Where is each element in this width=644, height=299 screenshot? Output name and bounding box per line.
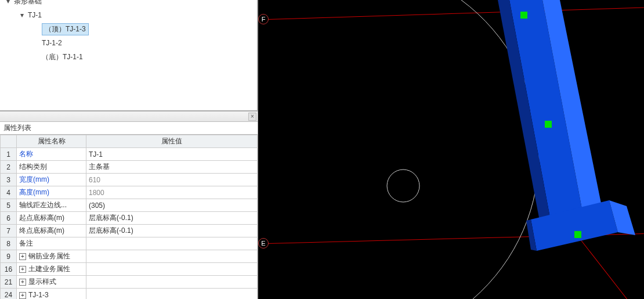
tree-item[interactable]: ▾TJ-1 xyxy=(2,8,255,22)
tree-item[interactable]: （底）TJ-1-1 xyxy=(2,50,255,64)
col-header-value: 属性值 xyxy=(86,135,258,148)
property-name: 土建业务属性 xyxy=(28,265,70,273)
property-value-cell[interactable]: 610 xyxy=(86,174,258,186)
property-name: TJ-1-3 xyxy=(28,291,49,299)
property-panel-title: 属性列表 xyxy=(0,122,258,135)
viewport-overlay xyxy=(258,0,644,299)
property-name-cell: 名称 xyxy=(17,148,86,161)
row-index: 4 xyxy=(1,186,17,199)
property-name: 高度(mm) xyxy=(19,188,49,196)
property-value-cell[interactable] xyxy=(86,250,258,263)
property-name-cell: 高度(mm) xyxy=(17,186,86,199)
row-index: 21 xyxy=(1,276,17,289)
col-header-index xyxy=(1,135,17,148)
property-value-cell[interactable] xyxy=(86,276,258,289)
row-index: 5 xyxy=(1,199,17,212)
property-name-cell: 备注 xyxy=(17,237,86,250)
property-name-cell: 结构类别 xyxy=(17,161,86,174)
expand-icon[interactable]: + xyxy=(19,253,26,260)
grip-top[interactable] xyxy=(520,12,527,19)
property-value-cell[interactable]: 1800 xyxy=(86,186,258,199)
property-value-cell[interactable]: 层底标高(-0.1) xyxy=(86,225,258,237)
row-index: 3 xyxy=(1,174,17,186)
grip-bottom[interactable] xyxy=(574,231,581,238)
property-row[interactable]: 5轴线距左边线...(305) xyxy=(1,199,258,212)
tree-item-label: （底）TJ-1-1 xyxy=(42,52,83,62)
row-index: 7 xyxy=(1,225,17,237)
property-name-cell: +土建业务属性 xyxy=(17,263,86,276)
tree-item[interactable]: （顶）TJ-1-3 xyxy=(2,22,255,36)
left-pane: ▾ 条形基础 ▾TJ-1（顶）TJ-1-3TJ-1-2（底）TJ-1-1 × 属… xyxy=(0,0,258,299)
row-index: 24 xyxy=(1,289,17,300)
property-name: 显示样式 xyxy=(28,278,56,286)
property-value-cell[interactable]: 主条基 xyxy=(86,161,258,174)
property-table[interactable]: 属性名称 属性值 1名称TJ-12结构类别主条基3宽度(mm)6104高度(mm… xyxy=(0,135,258,299)
property-value-cell[interactable] xyxy=(86,289,258,300)
property-name: 备注 xyxy=(19,239,33,247)
svg-point-0 xyxy=(387,170,419,202)
property-name: 结构类别 xyxy=(19,163,47,171)
row-index: 2 xyxy=(1,161,17,174)
expand-icon[interactable]: + xyxy=(19,279,26,286)
property-row[interactable]: 6起点底标高(m)层底标高(-0.1) xyxy=(1,212,258,225)
property-name-cell: +TJ-1-3 xyxy=(17,289,86,300)
property-name-cell: 宽度(mm) xyxy=(17,174,86,186)
property-name-cell: +显示样式 xyxy=(17,276,86,289)
grip-mid[interactable] xyxy=(545,121,552,128)
expand-icon[interactable]: + xyxy=(19,292,26,299)
tree-item-label: TJ-1-2 xyxy=(42,39,62,47)
property-name: 终点底标高(m) xyxy=(19,226,64,235)
row-index: 16 xyxy=(1,263,17,276)
property-value-cell[interactable]: 层底标高(-0.1) xyxy=(86,212,258,225)
property-row[interactable]: 16+土建业务属性 xyxy=(1,263,258,276)
property-value-cell[interactable]: TJ-1 xyxy=(86,148,258,161)
property-name-cell: +钢筋业务属性 xyxy=(17,250,86,263)
property-name: 名称 xyxy=(19,150,33,158)
collapse-icon[interactable]: ▾ xyxy=(19,11,26,19)
tree-item[interactable]: TJ-1-2 xyxy=(2,36,255,50)
property-row[interactable]: 9+钢筋业务属性 xyxy=(1,250,258,263)
property-row[interactable]: 21+显示样式 xyxy=(1,276,258,289)
property-row[interactable]: 3宽度(mm)610 xyxy=(1,174,258,186)
tree-root[interactable]: ▾ 条形基础 xyxy=(2,0,255,8)
expand-icon[interactable]: + xyxy=(19,266,26,273)
property-row[interactable]: 4高度(mm)1800 xyxy=(1,186,258,199)
property-name: 轴线距左边线... xyxy=(19,201,67,209)
tree-item-label: TJ-1 xyxy=(28,11,42,19)
property-name-cell: 起点底标高(m) xyxy=(17,212,86,225)
property-value-cell[interactable] xyxy=(86,237,258,250)
row-index: 8 xyxy=(1,237,17,250)
row-index: 6 xyxy=(1,212,17,225)
property-row[interactable]: 8备注 xyxy=(1,237,258,250)
property-row[interactable]: 2结构类别主条基 xyxy=(1,161,258,174)
property-name: 钢筋业务属性 xyxy=(28,252,70,260)
tree-panel[interactable]: ▾ 条形基础 ▾TJ-1（顶）TJ-1-3TJ-1-2（底）TJ-1-1 xyxy=(0,0,258,110)
property-value-cell[interactable] xyxy=(86,263,258,276)
property-panel: × 属性列表 属性名称 属性值 1名称TJ-12结构类别主条基3宽度(mm)61… xyxy=(0,111,258,299)
property-row[interactable]: 1名称TJ-1 xyxy=(1,148,258,161)
property-name-cell: 轴线距左边线... xyxy=(17,199,86,212)
property-value-cell[interactable]: (305) xyxy=(86,199,258,212)
tree-item-label: （顶）TJ-1-3 xyxy=(42,23,89,35)
property-row[interactable]: 7终点底标高(m)层底标高(-0.1) xyxy=(1,225,258,237)
row-index: 1 xyxy=(1,148,17,161)
3d-viewport[interactable]: F E xyxy=(258,0,644,299)
property-titlebar: × xyxy=(0,111,258,122)
row-index: 9 xyxy=(1,250,17,263)
tree-root-label: 条形基础 xyxy=(14,0,42,6)
property-name: 起点底标高(m) xyxy=(19,214,64,222)
property-name: 宽度(mm) xyxy=(19,175,49,183)
property-row[interactable]: 24+TJ-1-3 xyxy=(1,289,258,300)
panel-close-button[interactable]: × xyxy=(248,113,256,121)
col-header-name: 属性名称 xyxy=(17,135,86,148)
property-name-cell: 终点底标高(m) xyxy=(17,225,86,237)
collapse-icon[interactable]: ▾ xyxy=(5,0,12,5)
